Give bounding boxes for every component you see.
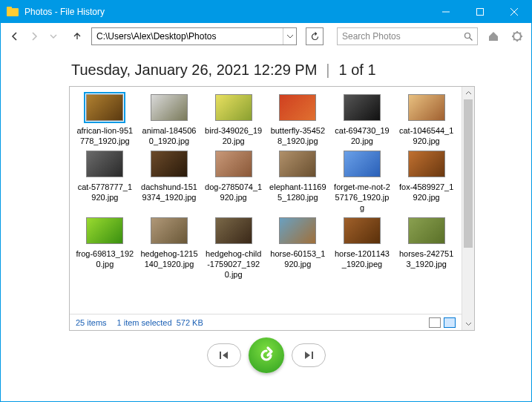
file-label: butterfly-354528_1920.jpg [267, 126, 329, 147]
svg-line-15 [520, 39, 521, 40]
titlebar: Photos - File History [1, 1, 531, 23]
file-label: cat-5778777_1920.jpg [74, 182, 136, 203]
scroll-track[interactable] [462, 99, 474, 317]
address-bar [91, 27, 297, 45]
file-label: forget-me-not-257176_1920.jpg [332, 182, 393, 213]
file-thumbnail[interactable] [408, 94, 445, 121]
view-thumbnails-icon[interactable] [444, 317, 456, 328]
app-icon [7, 6, 19, 18]
window-title: Photos - File History [24, 7, 429, 17]
version-timestamp: Tuesday, January 26, 2021 12:29 PM [71, 62, 317, 79]
scrollbar[interactable] [462, 87, 474, 330]
file-label: bird-349026_1920.jpg [203, 126, 264, 147]
file-thumbnail[interactable] [86, 151, 123, 177]
file-item[interactable]: cat-1046544_1920.jpg [395, 94, 457, 146]
nav-history-dropdown[interactable] [45, 28, 62, 45]
svg-rect-19 [312, 352, 313, 359]
address-dropdown[interactable] [283, 28, 296, 45]
file-item[interactable]: dog-2785074_1920.jpg [203, 151, 264, 213]
scroll-down-button[interactable] [462, 317, 474, 330]
restore-button[interactable] [249, 337, 284, 373]
file-label: elephant-111695_1280.jpg [267, 182, 329, 203]
version-heading: Tuesday, January 26, 2021 12:29 PM | 1 o… [1, 50, 531, 86]
refresh-button[interactable] [306, 27, 324, 45]
file-thumbnail[interactable] [151, 151, 188, 177]
file-item[interactable]: dachshund-1519374_1920.jpg [139, 151, 200, 213]
file-item[interactable]: african-lion-951778_1920.jpg [74, 94, 136, 146]
file-item[interactable]: horses-2427513_1920.jpg [395, 217, 457, 280]
file-label: horses-2427513_1920.jpg [395, 249, 457, 270]
file-label: cat-694730_1920.jpg [332, 126, 393, 147]
file-thumbnail[interactable] [279, 94, 316, 121]
home-button[interactable] [485, 28, 502, 45]
search-button[interactable] [459, 32, 477, 42]
close-button[interactable] [497, 1, 531, 23]
svg-point-6 [464, 33, 470, 38]
file-label: dog-2785074_1920.jpg [203, 182, 264, 203]
file-item[interactable]: frog-69813_1920.jpg [74, 217, 136, 280]
file-list: african-lion-951778_1920.jpganimal-18450… [70, 87, 462, 330]
status-bar: 25 items 1 item selected 572 KB [70, 314, 462, 330]
nav-back-button[interactable] [7, 28, 23, 45]
next-version-button[interactable] [292, 343, 326, 367]
status-count: 25 items [76, 318, 107, 327]
file-label: fox-4589927_1920.jpg [395, 182, 457, 203]
file-thumbnail[interactable] [215, 94, 252, 121]
status-selection: 1 item selected 572 KB [117, 318, 203, 327]
file-thumbnail[interactable] [151, 217, 188, 244]
file-thumbnail[interactable] [151, 94, 188, 121]
file-item[interactable]: horse-1201143_1920.jpeg [332, 217, 393, 280]
scroll-thumb[interactable] [464, 99, 473, 248]
svg-rect-0 [7, 8, 19, 16]
svg-point-9 [516, 35, 519, 38]
file-label: cat-1046544_1920.jpg [395, 126, 457, 147]
file-thumbnail[interactable] [344, 217, 381, 244]
svg-rect-3 [477, 9, 484, 16]
view-details-icon[interactable] [429, 317, 441, 328]
svg-line-16 [513, 39, 514, 40]
file-item[interactable]: fox-4589927_1920.jpg [395, 151, 457, 213]
file-item[interactable]: hedgehog-child-1759027_1920.jpg [203, 217, 264, 280]
address-input[interactable] [92, 28, 283, 45]
scroll-up-button[interactable] [462, 87, 474, 99]
file-label: hedgehog-child-1759027_1920.jpg [203, 249, 264, 280]
file-thumbnail[interactable] [86, 94, 123, 121]
file-label: horse-1201143_1920.jpeg [332, 249, 393, 270]
file-item[interactable]: cat-694730_1920.jpg [332, 94, 393, 146]
svg-line-7 [470, 38, 473, 41]
previous-version-button[interactable] [207, 343, 241, 367]
file-label: hedgehog-1215140_1920.jpg [139, 249, 200, 270]
svg-rect-18 [220, 352, 221, 359]
file-label: animal-1845060_1920.jpg [139, 126, 200, 147]
file-label: african-lion-951778_1920.jpg [74, 126, 136, 147]
nav-up-button[interactable] [69, 28, 85, 45]
nav-forward-button[interactable] [26, 28, 42, 45]
file-thumbnail[interactable] [344, 151, 381, 177]
search-input[interactable] [338, 28, 459, 45]
file-thumbnail[interactable] [215, 151, 252, 177]
file-item[interactable]: bird-349026_1920.jpg [203, 94, 264, 146]
svg-line-14 [513, 33, 514, 33]
file-thumbnail[interactable] [215, 217, 252, 244]
file-thumbnail[interactable] [408, 217, 445, 244]
maximize-button[interactable] [463, 1, 497, 23]
file-label: horse-60153_1920.jpg [267, 249, 329, 270]
minimize-button[interactable] [429, 1, 463, 23]
file-item[interactable]: forget-me-not-257176_1920.jpg [332, 151, 393, 213]
file-thumbnail[interactable] [86, 217, 123, 244]
file-item[interactable]: animal-1845060_1920.jpg [139, 94, 200, 146]
file-thumbnail[interactable] [279, 151, 316, 177]
search-bar [337, 27, 478, 45]
file-item[interactable]: cat-5778777_1920.jpg [74, 151, 136, 213]
file-item[interactable]: elephant-111695_1280.jpg [267, 151, 329, 213]
file-item[interactable]: horse-60153_1920.jpg [267, 217, 329, 280]
file-thumbnail[interactable] [408, 151, 445, 177]
file-thumbnail[interactable] [344, 94, 381, 121]
file-thumbnail[interactable] [279, 217, 316, 244]
file-item[interactable]: butterfly-354528_1920.jpg [267, 94, 329, 146]
version-pager: 1 of 1 [339, 62, 376, 79]
settings-button[interactable] [509, 28, 525, 45]
svg-rect-1 [7, 7, 12, 9]
content-frame: african-lion-951778_1920.jpganimal-18450… [69, 86, 475, 331]
file-item[interactable]: hedgehog-1215140_1920.jpg [139, 217, 200, 280]
